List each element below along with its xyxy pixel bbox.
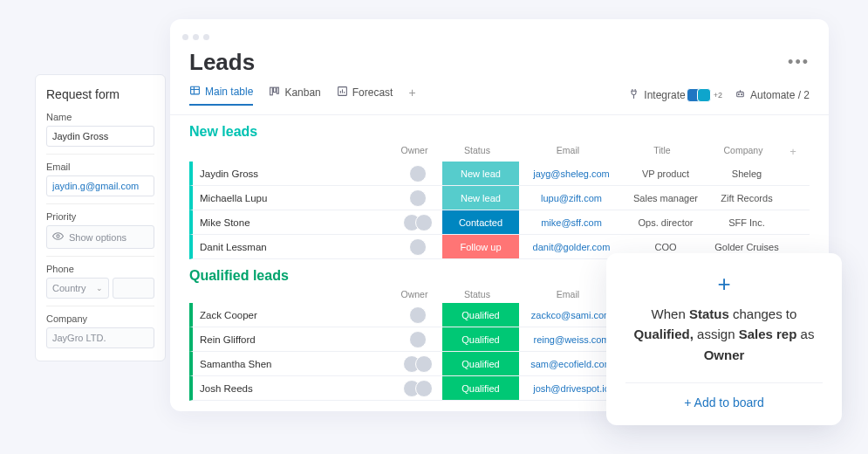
robot-icon [735, 88, 746, 102]
automation-suggestion-card: + When Status changes to Qualified, assi… [606, 253, 842, 425]
cell-owner[interactable] [393, 165, 442, 182]
table-row[interactable]: Jaydin Gross New lead jayg@sheleg.com VP… [189, 162, 810, 186]
phone-country-select[interactable]: Country ⌄ [46, 278, 109, 299]
cell-name[interactable]: Mike Stone [193, 217, 393, 228]
col-header: Status [439, 289, 516, 299]
svg-point-13 [738, 94, 739, 95]
col-header: Status [439, 145, 516, 158]
cell-owner[interactable] [393, 306, 442, 324]
cell-owner[interactable] [393, 189, 442, 207]
svg-point-0 [57, 235, 59, 237]
table-row[interactable]: Mike Stone Contacted mike@sff.com Ops. d… [189, 210, 810, 235]
cell-company[interactable]: SFF Inc. [707, 217, 786, 228]
cell-email[interactable]: mike@sff.com [519, 217, 624, 228]
avatar [415, 380, 433, 397]
automation-text: When Status changes to Qualified, assign… [625, 304, 823, 365]
cell-name[interactable]: Samantha Shen [193, 359, 393, 369]
automate-button[interactable]: Automate / 2 [735, 88, 810, 102]
cell-company[interactable]: Zift Records [707, 193, 786, 203]
cell-email[interactable]: lupu@zift.com [519, 193, 624, 203]
cell-name[interactable]: Zack Cooper [193, 310, 393, 320]
avatar [409, 331, 427, 348]
kanban-icon [269, 86, 280, 100]
request-form-title: Request form [46, 87, 154, 101]
cell-status[interactable]: Contacted [442, 210, 519, 234]
col-header: Email [516, 289, 620, 299]
cell-status[interactable]: Follow up [442, 235, 519, 258]
email-label: Email [46, 154, 154, 172]
phone-label: Phone [46, 256, 154, 274]
cell-company[interactable]: Sheleg [707, 169, 786, 179]
table-row[interactable]: Michaella Lupu New lead lupu@zift.com Sa… [189, 186, 810, 210]
cell-name[interactable]: Danit Lessman [193, 242, 393, 252]
col-header: Company [704, 145, 783, 158]
cell-status[interactable]: Qualified [442, 352, 519, 375]
cell-name[interactable]: Jaydin Gross [193, 169, 393, 179]
add-view-button[interactable]: + [408, 86, 415, 105]
cell-name[interactable]: Josh Reeds [193, 383, 393, 394]
board-title: Leads [189, 49, 255, 76]
cell-name[interactable]: Michaella Lupu [193, 193, 393, 203]
name-label: Name [46, 112, 154, 122]
cell-title[interactable]: VP product [624, 169, 707, 179]
svg-point-14 [742, 94, 742, 95]
avatar [415, 355, 433, 373]
col-header: Owner [390, 145, 439, 158]
avatar [409, 238, 427, 256]
svg-rect-1 [191, 86, 200, 94]
cell-email[interactable]: jayg@sheleg.com [519, 169, 624, 179]
email-field[interactable] [46, 175, 154, 196]
cell-email[interactable]: danit@golder.com [519, 242, 624, 252]
svg-rect-6 [277, 87, 279, 93]
cell-title[interactable]: Sales manager [624, 193, 707, 203]
priority-value: Show options [69, 232, 126, 243]
cell-status[interactable]: Qualified [442, 327, 519, 351]
svg-rect-4 [270, 87, 273, 95]
board-more-button[interactable]: ••• [788, 53, 810, 72]
company-label: Company [46, 306, 154, 324]
add-to-board-button[interactable]: + Add to board [625, 382, 823, 409]
group-title[interactable]: New leads [189, 124, 257, 140]
avatar [409, 306, 427, 324]
col-header: Title [620, 145, 704, 158]
cell-owner[interactable] [393, 214, 442, 231]
cell-status[interactable]: Qualified [442, 303, 519, 327]
col-header: Email [516, 145, 620, 158]
cell-owner[interactable] [393, 238, 442, 256]
view-main-table[interactable]: Main table [189, 85, 253, 106]
avatar [415, 214, 433, 231]
plug-icon [628, 88, 639, 102]
avatar [409, 189, 427, 207]
group: New leads OwnerStatusEmailTitleCompany+ … [170, 115, 829, 259]
cell-owner[interactable] [393, 380, 442, 397]
cell-title[interactable]: Ops. director [624, 217, 707, 228]
chevron-down-icon: ⌄ [96, 284, 103, 292]
cell-owner[interactable] [393, 331, 442, 348]
cell-status[interactable]: New lead [442, 186, 519, 210]
cell-title[interactable]: COO [624, 242, 707, 252]
chart-icon [337, 86, 348, 100]
cell-status[interactable]: New lead [442, 162, 519, 185]
cell-status[interactable]: Qualified [442, 376, 519, 400]
col-header: Owner [390, 289, 439, 299]
priority-select[interactable]: Show options [46, 225, 154, 249]
cell-name[interactable]: Rein Glifford [193, 334, 393, 345]
integrate-button[interactable]: Integrate +2 [628, 88, 722, 102]
table-icon [189, 85, 201, 99]
plus-icon: + [625, 272, 823, 295]
svg-rect-5 [274, 87, 277, 92]
group-title[interactable]: Qualified leads [189, 268, 289, 284]
window-dots [170, 19, 829, 44]
integration-chip [697, 88, 711, 102]
avatar [409, 165, 427, 182]
eye-icon [52, 230, 64, 244]
phone-number-field[interactable] [113, 278, 154, 299]
company-field[interactable] [46, 327, 154, 348]
add-column-button[interactable]: + [783, 145, 803, 158]
cell-owner[interactable] [393, 355, 442, 373]
view-forecast[interactable]: Forecast [337, 86, 393, 105]
cell-company[interactable]: Golder Cruises [707, 242, 786, 252]
view-kanban[interactable]: Kanban [269, 86, 320, 105]
request-form-card: Request form Name Email Priority Show op… [35, 74, 166, 361]
name-field[interactable] [46, 126, 154, 147]
